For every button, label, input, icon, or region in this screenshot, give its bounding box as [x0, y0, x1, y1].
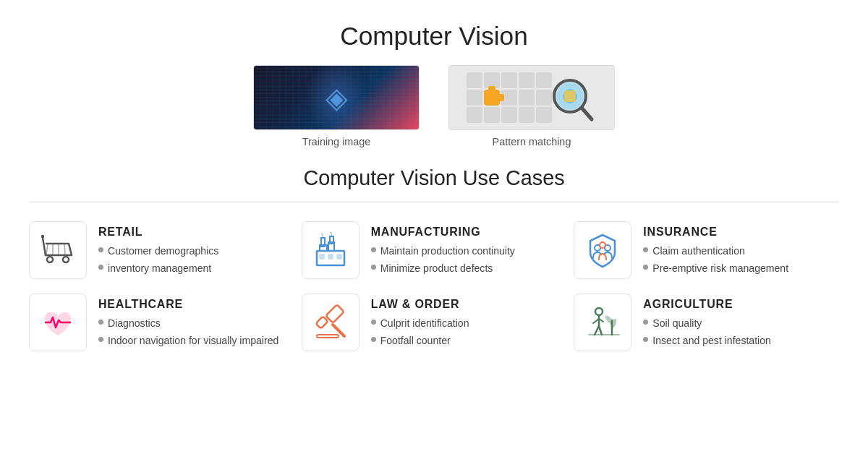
agriculture-item-2: Insect and pest infestation: [643, 334, 839, 348]
svg-rect-42: [315, 317, 328, 329]
svg-rect-8: [484, 107, 500, 123]
manufacturing-content: MANUFACTURING Maintain production contin…: [371, 221, 567, 278]
retail-title: RETAIL: [98, 226, 294, 239]
retail-item-1: Customer demographics: [98, 244, 294, 259]
svg-rect-2: [501, 72, 517, 88]
retail-icon-box: [29, 221, 87, 279]
use-case-law-order: LAW & ORDER Culprit identification Footf…: [302, 294, 567, 351]
bullet-icon: [643, 320, 648, 325]
healthcare-title: HEALTHCARE: [98, 298, 294, 311]
use-case-retail: RETAIL Customer demographics inventory m…: [29, 221, 294, 279]
svg-rect-9: [501, 107, 517, 123]
gavel-icon: [311, 303, 350, 342]
healthcare-item-2: Indoor navigation for visually impaired: [98, 334, 294, 348]
svg-point-28: [47, 257, 53, 262]
manufacturing-item-2: Minimize product defects: [371, 262, 567, 276]
healthcare-content: HEALTHCARE Diagnostics Indoor navigation…: [98, 294, 294, 351]
healthcare-item-1: Diagnostics: [98, 317, 294, 331]
svg-rect-44: [317, 335, 339, 338]
bullet-icon: [371, 337, 376, 342]
use-case-manufacturing: MANUFACTURING Maintain production contin…: [302, 221, 567, 279]
svg-point-45: [595, 308, 603, 315]
svg-line-23: [43, 238, 46, 255]
svg-rect-36: [328, 254, 333, 259]
heart-monitor-icon: [38, 303, 77, 342]
svg-rect-13: [536, 107, 552, 123]
bullet-icon: [98, 247, 103, 252]
training-image-card: Training image: [253, 65, 420, 147]
svg-line-19: [582, 108, 592, 119]
bullet-icon: [371, 265, 376, 270]
svg-rect-41: [326, 304, 344, 322]
page-title: Computer Vision: [0, 0, 868, 65]
bullet-icon: [371, 320, 376, 325]
agriculture-content: AGRICULTURE Soil quality Insect and pest…: [643, 294, 839, 351]
svg-rect-37: [337, 254, 341, 259]
retail-content: RETAIL Customer demographics inventory m…: [98, 221, 294, 278]
images-row: Training image: [0, 65, 868, 147]
agriculture-item-1: Soil quality: [643, 317, 839, 331]
svg-rect-12: [536, 90, 552, 106]
svg-rect-0: [467, 72, 482, 88]
insurance-icon-box: [574, 221, 631, 279]
agriculture-icon-box: [574, 294, 631, 351]
bullet-icon: [98, 337, 103, 342]
svg-point-40: [600, 242, 605, 248]
manufacturing-icon-box: [302, 221, 359, 279]
svg-rect-7: [467, 107, 482, 123]
pattern-image-box: [448, 65, 615, 130]
manufacturing-title: MANUFACTURING: [371, 226, 567, 239]
svg-rect-4: [467, 90, 482, 106]
svg-rect-14: [484, 90, 500, 106]
training-image-label: Training image: [302, 136, 371, 147]
law-order-item-2: Footfall counter: [371, 334, 567, 348]
cart-icon: [38, 231, 77, 270]
insurance-item-2: Pre-emptive risk management: [643, 262, 839, 276]
bullet-icon: [643, 337, 648, 342]
puzzle-container: [449, 66, 614, 129]
section-divider: [29, 202, 839, 202]
svg-rect-3: [519, 72, 535, 88]
svg-rect-11: [536, 72, 552, 88]
shield-people-icon: [583, 231, 622, 270]
use-case-healthcare: HEALTHCARE Diagnostics Indoor navigation…: [29, 294, 294, 351]
pattern-image-label: Pattern matching: [493, 136, 571, 147]
manufacturing-item-1: Maintain production continuity: [371, 244, 567, 259]
bullet-icon: [98, 265, 103, 270]
insurance-item-1: Claim authentication: [643, 244, 839, 259]
section-title: Computer Vision Use Cases: [0, 159, 868, 190]
svg-rect-16: [498, 94, 504, 101]
svg-point-29: [63, 257, 69, 262]
retail-item-2: inventory management: [98, 262, 294, 276]
svg-rect-21: [564, 90, 576, 102]
insurance-title: INSURANCE: [643, 226, 839, 239]
svg-rect-15: [488, 86, 495, 92]
law-order-title: LAW & ORDER: [371, 298, 567, 311]
bullet-icon: [643, 247, 648, 252]
use-cases-grid: RETAIL Customer demographics inventory m…: [0, 214, 868, 366]
svg-rect-10: [519, 107, 535, 123]
svg-rect-35: [320, 254, 324, 259]
insurance-content: INSURANCE Claim authentication Pre-empti…: [643, 221, 839, 278]
law-order-icon-box: [302, 294, 359, 351]
use-case-insurance: INSURANCE Claim authentication Pre-empti…: [574, 221, 839, 279]
use-case-agriculture: AGRICULTURE Soil quality Insect and pest…: [574, 294, 839, 351]
svg-rect-1: [484, 72, 500, 88]
farmer-plant-icon: [583, 303, 622, 342]
law-order-content: LAW & ORDER Culprit identification Footf…: [371, 294, 567, 351]
bullet-icon: [643, 265, 648, 270]
agriculture-title: AGRICULTURE: [643, 298, 839, 311]
factory-icon: [311, 231, 350, 270]
svg-line-24: [46, 244, 48, 255]
bullet-icon: [98, 320, 103, 325]
healthcare-icon-box: [29, 294, 87, 351]
svg-rect-6: [519, 90, 535, 106]
bullet-icon: [371, 247, 376, 252]
svg-line-49: [595, 326, 599, 335]
puzzle-svg: [463, 69, 600, 127]
svg-line-27: [64, 244, 65, 255]
svg-line-50: [599, 326, 602, 335]
training-image-box: [253, 65, 420, 130]
law-order-item-1: Culprit identification: [371, 317, 567, 331]
pattern-image-card: Pattern matching: [448, 65, 615, 147]
